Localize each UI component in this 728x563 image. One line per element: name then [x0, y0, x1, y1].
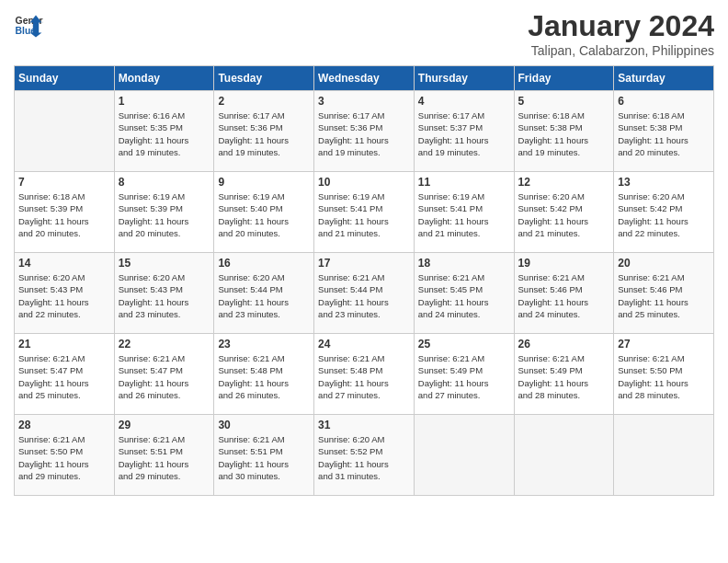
- calendar-day-header: Tuesday: [214, 66, 314, 91]
- day-number: 11: [418, 176, 510, 189]
- day-number: 28: [18, 419, 110, 431]
- calendar-cell: 13Sunrise: 6:20 AMSunset: 5:42 PMDayligh…: [614, 172, 714, 253]
- calendar-cell: 25Sunrise: 6:21 AMSunset: 5:49 PMDayligh…: [414, 334, 514, 415]
- calendar-cell: [414, 415, 514, 496]
- calendar-week-row: 7Sunrise: 6:18 AMSunset: 5:39 PMDaylight…: [15, 172, 714, 253]
- calendar-cell: 21Sunrise: 6:21 AMSunset: 5:47 PMDayligh…: [15, 334, 115, 415]
- day-info: Sunrise: 6:20 AMSunset: 5:44 PMDaylight:…: [218, 271, 310, 320]
- calendar-cell: 1Sunrise: 6:16 AMSunset: 5:35 PMDaylight…: [114, 91, 214, 172]
- day-number: 14: [18, 257, 110, 270]
- day-number: 16: [218, 257, 310, 270]
- day-number: 12: [518, 176, 610, 189]
- calendar-cell: 28Sunrise: 6:21 AMSunset: 5:50 PMDayligh…: [15, 415, 115, 496]
- day-number: 1: [119, 95, 210, 108]
- calendar-cell: 26Sunrise: 6:21 AMSunset: 5:49 PMDayligh…: [514, 334, 614, 415]
- calendar-cell: 5Sunrise: 6:18 AMSunset: 5:38 PMDaylight…: [514, 91, 614, 172]
- calendar-day-header: Thursday: [414, 66, 514, 91]
- day-number: 26: [518, 338, 610, 350]
- calendar-cell: 11Sunrise: 6:19 AMSunset: 5:41 PMDayligh…: [414, 172, 514, 253]
- page-header: General Blue January 2024 Talipan, Calab…: [14, 9, 714, 58]
- day-info: Sunrise: 6:18 AMSunset: 5:38 PMDaylight:…: [618, 109, 710, 158]
- calendar-cell: 22Sunrise: 6:21 AMSunset: 5:47 PMDayligh…: [114, 334, 214, 415]
- calendar-header-row: SundayMondayTuesdayWednesdayThursdayFrid…: [15, 66, 714, 91]
- calendar-cell: 24Sunrise: 6:21 AMSunset: 5:48 PMDayligh…: [314, 334, 415, 415]
- day-info: Sunrise: 6:21 AMSunset: 5:44 PMDaylight:…: [318, 271, 410, 320]
- day-info: Sunrise: 6:17 AMSunset: 5:36 PMDaylight:…: [218, 109, 310, 158]
- day-number: 27: [618, 338, 710, 350]
- calendar-cell: 20Sunrise: 6:21 AMSunset: 5:46 PMDayligh…: [614, 253, 714, 334]
- day-info: Sunrise: 6:20 AMSunset: 5:52 PMDaylight:…: [318, 433, 410, 482]
- logo-icon: General Blue: [14, 9, 43, 39]
- day-number: 21: [18, 338, 110, 350]
- day-info: Sunrise: 6:21 AMSunset: 5:49 PMDaylight:…: [518, 352, 610, 401]
- day-number: 8: [119, 176, 210, 189]
- calendar-week-row: 21Sunrise: 6:21 AMSunset: 5:47 PMDayligh…: [15, 334, 714, 415]
- calendar-cell: 16Sunrise: 6:20 AMSunset: 5:44 PMDayligh…: [214, 253, 314, 334]
- day-number: 20: [618, 257, 710, 270]
- day-info: Sunrise: 6:18 AMSunset: 5:38 PMDaylight:…: [518, 109, 610, 158]
- calendar-week-row: 14Sunrise: 6:20 AMSunset: 5:43 PMDayligh…: [15, 253, 714, 334]
- calendar-cell: 6Sunrise: 6:18 AMSunset: 5:38 PMDaylight…: [614, 91, 714, 172]
- day-info: Sunrise: 6:19 AMSunset: 5:40 PMDaylight:…: [218, 190, 310, 239]
- calendar-cell: 9Sunrise: 6:19 AMSunset: 5:40 PMDaylight…: [214, 172, 314, 253]
- calendar-cell: 19Sunrise: 6:21 AMSunset: 5:46 PMDayligh…: [514, 253, 614, 334]
- location-subtitle: Talipan, Calabarzon, Philippines: [528, 43, 714, 58]
- day-info: Sunrise: 6:20 AMSunset: 5:43 PMDaylight:…: [18, 271, 110, 320]
- day-info: Sunrise: 6:20 AMSunset: 5:42 PMDaylight:…: [518, 190, 610, 239]
- day-number: 10: [318, 176, 410, 189]
- day-info: Sunrise: 6:20 AMSunset: 5:42 PMDaylight:…: [618, 190, 710, 239]
- day-info: Sunrise: 6:19 AMSunset: 5:41 PMDaylight:…: [318, 190, 410, 239]
- day-info: Sunrise: 6:21 AMSunset: 5:50 PMDaylight:…: [618, 352, 710, 401]
- day-number: 2: [218, 95, 310, 108]
- calendar-cell: 31Sunrise: 6:20 AMSunset: 5:52 PMDayligh…: [314, 415, 415, 496]
- day-info: Sunrise: 6:18 AMSunset: 5:39 PMDaylight:…: [18, 190, 110, 239]
- day-info: Sunrise: 6:21 AMSunset: 5:45 PMDaylight:…: [418, 271, 510, 320]
- day-number: 25: [418, 338, 510, 350]
- day-info: Sunrise: 6:21 AMSunset: 5:49 PMDaylight:…: [418, 352, 510, 401]
- calendar-week-row: 28Sunrise: 6:21 AMSunset: 5:50 PMDayligh…: [15, 415, 714, 496]
- day-number: 19: [518, 257, 610, 270]
- calendar-cell: 23Sunrise: 6:21 AMSunset: 5:48 PMDayligh…: [214, 334, 314, 415]
- day-number: 31: [318, 419, 410, 431]
- calendar-cell: 12Sunrise: 6:20 AMSunset: 5:42 PMDayligh…: [514, 172, 614, 253]
- day-number: 13: [618, 176, 710, 189]
- day-number: 3: [318, 95, 410, 108]
- day-number: 17: [318, 257, 410, 270]
- calendar-cell: 3Sunrise: 6:17 AMSunset: 5:36 PMDaylight…: [314, 91, 415, 172]
- calendar-cell: 18Sunrise: 6:21 AMSunset: 5:45 PMDayligh…: [414, 253, 514, 334]
- calendar-week-row: 1Sunrise: 6:16 AMSunset: 5:35 PMDaylight…: [15, 91, 714, 172]
- day-info: Sunrise: 6:21 AMSunset: 5:48 PMDaylight:…: [218, 352, 310, 401]
- calendar-cell: 2Sunrise: 6:17 AMSunset: 5:36 PMDaylight…: [214, 91, 314, 172]
- day-info: Sunrise: 6:19 AMSunset: 5:41 PMDaylight:…: [418, 190, 510, 239]
- day-number: 23: [218, 338, 310, 350]
- day-number: 5: [518, 95, 610, 108]
- title-block: January 2024 Talipan, Calabarzon, Philip…: [528, 9, 714, 58]
- day-number: 7: [18, 176, 110, 189]
- day-info: Sunrise: 6:21 AMSunset: 5:47 PMDaylight:…: [119, 352, 210, 401]
- calendar-cell: 30Sunrise: 6:21 AMSunset: 5:51 PMDayligh…: [214, 415, 314, 496]
- calendar-cell: [15, 91, 115, 172]
- day-number: 29: [119, 419, 210, 431]
- calendar-day-header: Friday: [514, 66, 614, 91]
- calendar-cell: 29Sunrise: 6:21 AMSunset: 5:51 PMDayligh…: [114, 415, 214, 496]
- calendar-cell: [614, 415, 714, 496]
- day-info: Sunrise: 6:16 AMSunset: 5:35 PMDaylight:…: [119, 109, 210, 158]
- day-number: 6: [618, 95, 710, 108]
- calendar-day-header: Saturday: [614, 66, 714, 91]
- day-number: 9: [218, 176, 310, 189]
- calendar-day-header: Sunday: [15, 66, 115, 91]
- calendar-day-header: Wednesday: [314, 66, 415, 91]
- logo: General Blue: [14, 9, 43, 39]
- day-info: Sunrise: 6:21 AMSunset: 5:51 PMDaylight:…: [119, 433, 210, 482]
- day-info: Sunrise: 6:21 AMSunset: 5:48 PMDaylight:…: [318, 352, 410, 401]
- day-info: Sunrise: 6:21 AMSunset: 5:47 PMDaylight:…: [18, 352, 110, 401]
- calendar-cell: 15Sunrise: 6:20 AMSunset: 5:43 PMDayligh…: [114, 253, 214, 334]
- month-title: January 2024: [528, 9, 714, 43]
- day-info: Sunrise: 6:21 AMSunset: 5:50 PMDaylight:…: [18, 433, 110, 482]
- day-info: Sunrise: 6:17 AMSunset: 5:36 PMDaylight:…: [318, 109, 410, 158]
- day-number: 4: [418, 95, 510, 108]
- day-info: Sunrise: 6:19 AMSunset: 5:39 PMDaylight:…: [119, 190, 210, 239]
- calendar-cell: 14Sunrise: 6:20 AMSunset: 5:43 PMDayligh…: [15, 253, 115, 334]
- calendar-day-header: Monday: [114, 66, 214, 91]
- calendar-cell: 4Sunrise: 6:17 AMSunset: 5:37 PMDaylight…: [414, 91, 514, 172]
